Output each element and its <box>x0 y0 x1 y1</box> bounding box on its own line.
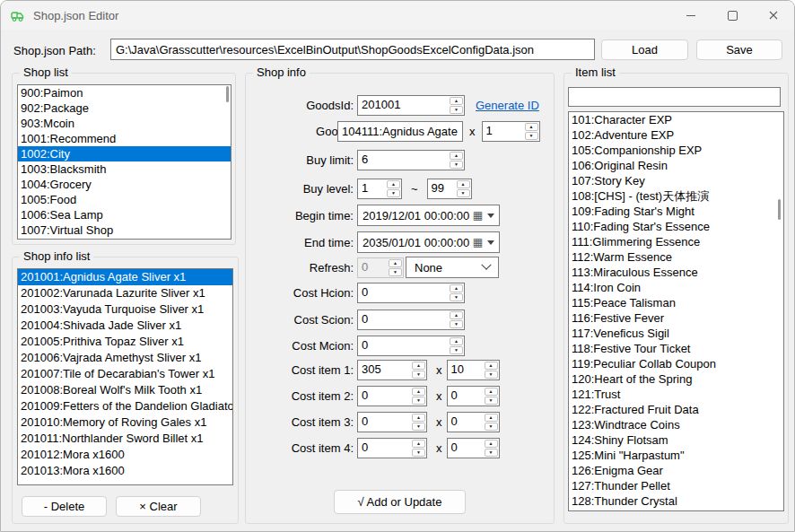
shop-listbox[interactable]: 900:Paimon902:Package903:Mcoin1001:Recom… <box>17 84 232 240</box>
cost-hcion-spinner[interactable]: 0 ▲▼ <box>357 283 465 303</box>
save-button[interactable]: Save <box>696 39 782 60</box>
shop-info-list-item[interactable]: 201009:Fetters of the Dandelion Gladiato… <box>18 398 232 414</box>
shop-info-list-item[interactable]: 201004:Shivada Jade Sliver x1 <box>18 318 232 334</box>
spin-up-icon[interactable]: ▲ <box>450 152 463 160</box>
clear-button[interactable]: × Clear <box>116 496 201 517</box>
spin-down-icon[interactable]: ▼ <box>412 397 425 405</box>
shop-info-list-item[interactable]: 201013:Mora x1600 <box>18 463 232 479</box>
buy-limit-spinner[interactable]: 6 ▲▼ <box>357 150 465 170</box>
goodsid-spinner[interactable]: 201001 ▲▼ <box>357 95 465 116</box>
cost-item-count-spinner[interactable]: 0 ▲▼ <box>447 438 500 458</box>
calendar-icon[interactable]: ▦ <box>473 210 483 221</box>
shop-list-item[interactable]: 1002:City <box>18 146 231 161</box>
item-list-item[interactable]: 128:Thunder Crystal <box>569 493 783 509</box>
add-or-update-button[interactable]: √ Add or Update <box>334 490 466 514</box>
spin-down-icon[interactable]: ▼ <box>450 161 463 169</box>
item-list-item[interactable]: 107:Story Key <box>569 173 783 188</box>
cost-mcion-spinner[interactable]: 0 ▲▼ <box>357 336 465 356</box>
spin-down-icon[interactable]: ▼ <box>412 371 425 379</box>
spin-down-icon[interactable]: ▼ <box>485 371 498 379</box>
item-list-item[interactable]: 115:Peace Talisman <box>569 295 783 310</box>
generate-id-link[interactable]: Generate ID <box>476 99 539 112</box>
shop-info-list-item[interactable]: 201005:Prithiva Topaz Sliver x1 <box>18 334 232 350</box>
item-list-item[interactable]: 127:Thunder Pellet <box>569 478 783 493</box>
shop-info-list-item[interactable]: 201002:Varunada Lazurite Sliver x1 <box>18 285 232 301</box>
cost-item-count-spinner[interactable]: 0 ▲▼ <box>447 412 500 432</box>
delete-button[interactable]: - Delete <box>22 496 107 517</box>
item-list-item[interactable]: 102:Adventure EXP <box>569 127 783 143</box>
shop-info-list-item[interactable]: 201011:Northlander Sword Billet x1 <box>18 431 232 447</box>
spin-up-icon[interactable]: ▲ <box>412 362 425 370</box>
shop-info-list-item[interactable]: 201007:Tile of Decarabian's Tower x1 <box>18 366 232 382</box>
cost-item-id-spinner[interactable]: 0 ▲▼ <box>357 412 427 432</box>
spin-down-icon[interactable]: ▼ <box>525 132 538 140</box>
spin-up-icon[interactable]: ▲ <box>485 440 498 448</box>
item-list-item[interactable]: 117:Veneficus Sigil <box>569 326 783 341</box>
goods-count-spinner[interactable]: 1 ▲▼ <box>482 121 540 142</box>
shop-info-list-item[interactable]: 201008:Boreal Wolf's Milk Tooth x1 <box>18 382 232 398</box>
item-list-item[interactable]: 124:Shiny Flotsam <box>569 432 783 448</box>
spin-up-icon[interactable]: ▲ <box>525 123 538 131</box>
buy-level-max-spinner[interactable]: 99 ▲▼ <box>427 179 472 199</box>
spin-down-icon[interactable]: ▼ <box>485 423 498 431</box>
shop-list-item[interactable]: 1005:Food <box>18 192 231 207</box>
cost-item-count-spinner[interactable]: 0 ▲▼ <box>447 386 500 406</box>
spin-up-icon[interactable]: ▲ <box>450 337 463 345</box>
spin-up-icon[interactable]: ▲ <box>485 362 498 370</box>
item-list-item[interactable]: 122:Fractured Fruit Data <box>569 402 783 417</box>
shop-list-item[interactable]: 1006:Sea Lamp <box>18 207 231 222</box>
spin-up-icon[interactable]: ▲ <box>412 440 425 448</box>
shop-info-list-item[interactable]: 201006:Vajrada Amethyst Sliver x1 <box>18 350 232 366</box>
spin-down-icon[interactable]: ▼ <box>412 423 425 431</box>
item-listbox[interactable]: 101:Character EXP102:Adventure EXP105:Co… <box>568 111 784 511</box>
spin-down-icon[interactable]: ▼ <box>450 293 463 301</box>
spin-down-icon[interactable]: ▼ <box>450 320 463 328</box>
item-list-item[interactable]: 112:Warm Essence <box>569 249 783 265</box>
spin-up-icon[interactable]: ▲ <box>450 311 463 319</box>
item-list-item[interactable]: 126:Enigma Gear <box>569 463 783 478</box>
spin-up-icon[interactable]: ▲ <box>412 388 425 396</box>
refresh-mode-combobox[interactable]: None <box>406 257 499 278</box>
item-list-item[interactable]: 109:Fading Star's Might <box>569 204 783 219</box>
shop-list-item[interactable]: 1007:Virtual Shop <box>18 222 231 238</box>
close-button[interactable] <box>753 1 794 30</box>
cost-scion-spinner[interactable]: 0 ▲▼ <box>357 310 465 330</box>
calendar-icon[interactable]: ▦ <box>473 237 483 248</box>
shop-info-list-item[interactable]: 201001:Agnidus Agate Sliver x1 <box>18 269 232 285</box>
shop-info-list-item[interactable]: 201012:Mora x1600 <box>18 447 232 463</box>
item-list-item[interactable]: 119:Peculiar Collab Coupon <box>569 356 783 371</box>
shop-list-item[interactable]: 900:Paimon <box>18 85 231 100</box>
item-list-item[interactable]: 105:Companionship EXP <box>569 143 783 158</box>
shop-list-item[interactable]: 903:Mcoin <box>18 116 231 131</box>
spin-down-icon[interactable]: ▼ <box>485 397 498 405</box>
minimize-button[interactable] <box>670 1 712 30</box>
shop-list-scrollbar[interactable] <box>226 86 229 102</box>
shop-info-list-item[interactable]: 201010:Memory of Roving Gales x1 <box>18 414 232 431</box>
spin-up-icon[interactable]: ▲ <box>457 180 470 188</box>
item-list-scrollbar[interactable] <box>778 199 781 220</box>
load-button[interactable]: Load <box>601 39 688 60</box>
spin-up-icon[interactable]: ▲ <box>387 180 400 188</box>
spin-up-icon[interactable]: ▲ <box>485 414 498 422</box>
item-list-item[interactable]: 101:Character EXP <box>569 112 783 127</box>
shop-list-item[interactable]: 1003:Blacksmith <box>18 161 231 177</box>
dropdown-arrow-icon[interactable] <box>487 214 494 218</box>
shop-list-item[interactable]: 902:Package <box>18 100 231 116</box>
spin-down-icon[interactable]: ▼ <box>387 189 400 197</box>
item-list-item[interactable]: 121:Trust <box>569 387 783 402</box>
spin-up-icon[interactable]: ▲ <box>412 414 425 422</box>
spin-up-icon[interactable]: ▲ <box>450 284 463 292</box>
spin-down-icon[interactable]: ▼ <box>450 346 463 354</box>
cost-item-id-spinner[interactable]: 0 ▲▼ <box>357 386 427 406</box>
item-list-item[interactable]: 114:Iron Coin <box>569 280 783 295</box>
shop-info-list-item[interactable]: 201003:Vayuda Turquoise Sliver x1 <box>18 301 232 318</box>
spin-up-icon[interactable]: ▲ <box>485 388 498 396</box>
begin-time-picker[interactable]: 2019/12/01 00:00:00 ▦ <box>357 205 500 226</box>
end-time-picker[interactable]: 2035/01/01 00:00:00 ▦ <box>357 231 500 253</box>
shop-list-item[interactable]: 1004:Grocery <box>18 177 231 192</box>
spin-down-icon[interactable]: ▼ <box>485 449 498 457</box>
item-list-item[interactable]: 118:Festive Tour Ticket <box>569 341 783 356</box>
item-list-item[interactable]: 113:Miraculous Essence <box>569 265 783 280</box>
item-list-item[interactable]: 120:Heart of the Spring <box>569 371 783 387</box>
cost-item-id-spinner[interactable]: 0 ▲▼ <box>357 438 427 458</box>
